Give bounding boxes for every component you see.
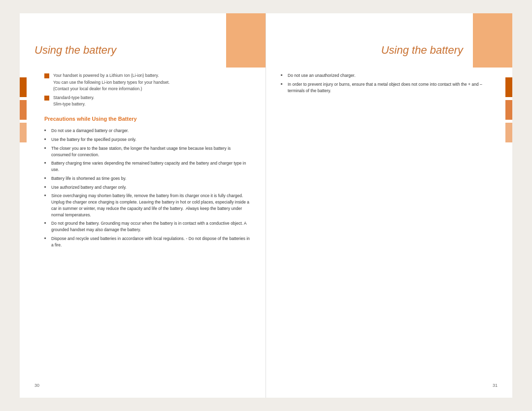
left-side-squares	[20, 77, 27, 142]
left-page-title: Using the battery	[20, 44, 116, 62]
list-item: Battery life is shortened as time goes b…	[44, 175, 251, 182]
right-sq-1	[505, 77, 512, 97]
right-page-content: Do not use an unauthorized charger. In o…	[266, 68, 512, 106]
list-item: Do not use a damaged battery or charger.	[44, 128, 251, 134]
right-header: Using the battery	[266, 13, 512, 68]
right-sq-3	[505, 123, 512, 142]
list-item: In order to prevent injury or burns, ens…	[281, 81, 488, 94]
right-bullets-list: Do not use an unauthorized charger. In o…	[281, 72, 488, 94]
list-item: Since overcharging may shorten battery l…	[44, 193, 251, 218]
left-header: Using the battery	[20, 13, 266, 68]
intro-block: Your handset is powered by a Lithium Ion…	[44, 72, 251, 108]
right-page-number: 31	[493, 383, 498, 388]
right-side-squares	[505, 77, 512, 142]
right-sq-2	[505, 100, 512, 120]
left-page-content: Your handset is powered by a Lithium Ion…	[20, 68, 266, 260]
list-item: Use the battery for the specified purpos…	[44, 137, 251, 143]
intro-icon-1	[44, 73, 49, 78]
list-item: Dispose and recycle used batteries in ac…	[44, 236, 251, 248]
left-sq-1	[20, 77, 27, 97]
precautions-list: Do not use a damaged battery or charger.…	[44, 128, 251, 248]
left-page: Using the battery Your handset is powere…	[20, 13, 266, 398]
section-heading: Precautions while Using the Battery	[44, 115, 251, 123]
list-item: Do not use an unauthorized charger.	[281, 72, 488, 79]
list-item: Do not ground the battery. Grounding may…	[44, 220, 251, 233]
list-item: The closer you are to the base station, …	[44, 145, 251, 158]
left-header-block	[226, 13, 266, 68]
left-sq-2	[20, 100, 27, 120]
list-item: Use authorized battery and charger only.	[44, 184, 251, 191]
right-page-title: Using the battery	[381, 44, 512, 62]
intro-text: Your handset is powered by a Lithium Ion…	[53, 72, 169, 93]
book-spread: Using the battery Your handset is powere…	[20, 13, 512, 398]
intro-text-2: Standard-type battery. Slim-type battery…	[53, 95, 94, 108]
left-page-number: 30	[34, 383, 39, 388]
intro-icon-2	[44, 96, 49, 101]
right-page: Using the battery Do not use an unauthor…	[266, 13, 512, 398]
list-item: Battery charging time varies depending t…	[44, 160, 251, 173]
left-sq-3	[20, 123, 27, 142]
